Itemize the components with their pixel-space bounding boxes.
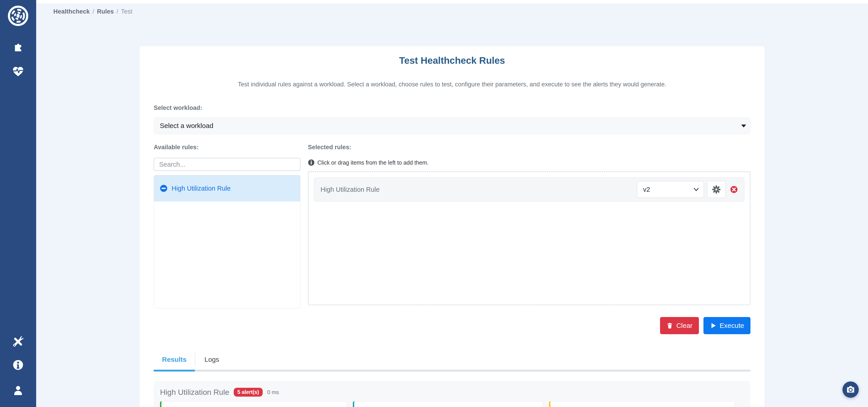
available-rule-item[interactable]: High Utilization Rule	[154, 175, 300, 201]
chevron-down-icon	[693, 187, 699, 191]
alert-cards-row	[160, 401, 744, 407]
clear-button[interactable]: Clear	[660, 317, 699, 334]
top-strip	[36, 0, 868, 3]
selected-rules-label: Selected rules:	[308, 144, 750, 151]
tab-logs[interactable]: Logs	[195, 353, 228, 366]
selected-rules-dropzone: High Utilization Rule v2	[308, 171, 750, 305]
results-panel: High Utilization Rule 5 alert(s) 0 ms	[154, 381, 750, 407]
trash-icon	[666, 322, 673, 329]
tab-results[interactable]: Results	[154, 353, 195, 366]
available-rules-label: Available rules:	[154, 144, 301, 151]
actions-row: Clear Execute	[154, 317, 750, 334]
main-card: Test Healthcheck Rules Test individual r…	[140, 46, 765, 407]
breadcrumb: Healthcheck / Rules / Test	[53, 8, 132, 15]
screenshot-button[interactable]	[842, 381, 859, 398]
workload-select-value: Select a workload	[160, 122, 213, 130]
tools-icon[interactable]	[12, 336, 24, 347]
camera-icon	[846, 385, 855, 394]
hint-text: Click or drag items from the left to add…	[317, 159, 429, 166]
result-header: High Utilization Rule 5 alert(s) 0 ms	[160, 388, 744, 397]
selected-rule-name: High Utilization Rule	[320, 186, 637, 193]
execute-button[interactable]: Execute	[704, 317, 750, 334]
selected-rules-hint: Click or drag items from the left to add…	[308, 159, 750, 166]
breadcrumb-test: Test	[121, 8, 132, 15]
result-rule-name: High Utilization Rule	[160, 388, 229, 397]
puzzle-icon[interactable]	[13, 41, 24, 52]
tab-underline-track	[195, 370, 750, 372]
available-rules-section: Available rules: High Utilization Rule	[154, 144, 301, 308]
clear-button-label: Clear	[676, 322, 692, 330]
user-icon[interactable]	[12, 385, 24, 396]
info-icon[interactable]	[12, 359, 24, 371]
breadcrumb-healthcheck[interactable]: Healthcheck	[53, 8, 90, 15]
breadcrumb-separator: /	[117, 8, 119, 15]
available-rule-link[interactable]: High Utilization Rule	[172, 185, 230, 192]
execution-duration: 0 ms	[267, 389, 279, 396]
selected-rule-row[interactable]: High Utilization Rule v2	[314, 178, 744, 201]
tabs: Results Logs	[154, 353, 750, 366]
info-circle-icon	[308, 159, 315, 166]
play-icon	[710, 322, 717, 329]
tab-underline	[154, 370, 750, 372]
heart-pulse-icon[interactable]	[12, 65, 24, 77]
rule-settings-button[interactable]	[707, 181, 725, 198]
page-title: Test Healthcheck Rules	[154, 55, 750, 66]
breadcrumb-rules[interactable]: Rules	[97, 8, 114, 15]
tab-logs-label: Logs	[204, 356, 219, 363]
workload-label: Select workload:	[154, 104, 750, 111]
sidebar	[0, 0, 36, 407]
breadcrumb-separator: /	[92, 8, 94, 15]
page-description: Test individual rules against a workload…	[154, 81, 750, 88]
caret-down-icon	[741, 125, 746, 128]
selected-rules-section: Selected rules: Click or drag items from…	[308, 144, 750, 305]
workload-select[interactable]: Select a workload	[154, 117, 750, 134]
alert-card	[353, 401, 543, 407]
alert-count-badge: 5 alert(s)	[234, 388, 263, 397]
rule-remove-button[interactable]	[730, 186, 738, 193]
gear-icon	[712, 185, 721, 194]
app-logo-icon[interactable]	[7, 5, 29, 27]
available-rules-list: High Utilization Rule	[154, 175, 301, 308]
tab-underline-active	[154, 370, 195, 372]
x-circle-icon	[730, 186, 738, 193]
rules-columns: Available rules: High Utilization Rule S…	[154, 144, 750, 308]
rules-search-input[interactable]	[154, 158, 301, 171]
tab-results-label: Results	[162, 356, 186, 363]
minus-circle-icon[interactable]	[160, 185, 167, 192]
rule-version-select[interactable]: v2	[637, 181, 704, 198]
alert-card	[160, 401, 347, 407]
alert-card	[549, 401, 735, 407]
execute-button-label: Execute	[720, 322, 744, 330]
rule-version-value: v2	[643, 186, 650, 193]
